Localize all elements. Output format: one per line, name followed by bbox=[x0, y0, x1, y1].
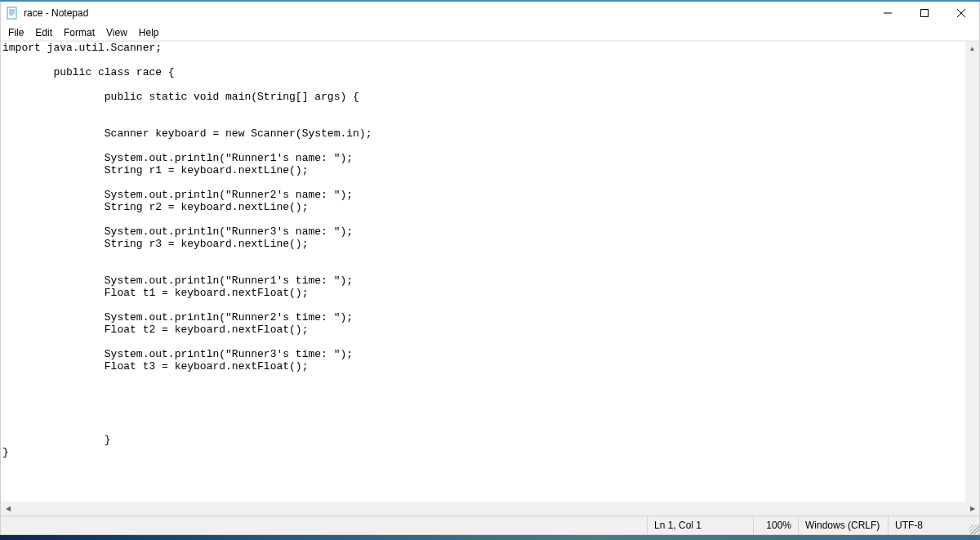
minimize-button[interactable] bbox=[869, 2, 906, 25]
titlebar[interactable]: race - Notepad bbox=[1, 2, 979, 25]
resize-grip-icon[interactable] bbox=[965, 516, 979, 534]
status-line-ending: Windows (CRLF) bbox=[798, 516, 888, 534]
menu-edit[interactable]: Edit bbox=[29, 25, 58, 40]
vertical-scrollbar[interactable]: ▲ bbox=[965, 42, 979, 502]
menu-help[interactable]: Help bbox=[133, 25, 165, 40]
scroll-right-arrow-icon[interactable]: ▶ bbox=[965, 502, 979, 515]
menubar: File Edit Format View Help bbox=[1, 25, 979, 41]
status-encoding: UTF-8 bbox=[888, 516, 965, 534]
notepad-icon bbox=[6, 7, 19, 20]
close-button[interactable] bbox=[942, 2, 979, 25]
statusbar: Ln 1, Col 1 100% Windows (CRLF) UTF-8 bbox=[1, 515, 979, 534]
status-position: Ln 1, Col 1 bbox=[647, 516, 753, 534]
notepad-window: race - Notepad File Edit Format View Hel… bbox=[0, 2, 980, 535]
horizontal-scrollbar[interactable]: ◀ ▶ bbox=[1, 502, 979, 515]
status-zoom: 100% bbox=[753, 516, 798, 534]
scroll-left-arrow-icon[interactable]: ◀ bbox=[1, 502, 15, 515]
scroll-h-track[interactable] bbox=[15, 502, 965, 515]
menu-file[interactable]: File bbox=[2, 25, 29, 40]
window-controls bbox=[869, 2, 979, 25]
scroll-up-arrow-icon[interactable]: ▲ bbox=[965, 42, 979, 56]
window-title: race - Notepad bbox=[24, 7, 869, 19]
svg-rect-6 bbox=[920, 10, 928, 17]
menu-format[interactable]: Format bbox=[58, 25, 100, 40]
editor-area: import java.util.Scanner; public class r… bbox=[1, 41, 979, 515]
maximize-button[interactable] bbox=[906, 2, 942, 25]
desktop-taskbar-strip bbox=[0, 535, 980, 540]
text-editor[interactable]: import java.util.Scanner; public class r… bbox=[1, 42, 979, 502]
menu-view[interactable]: View bbox=[100, 25, 133, 40]
